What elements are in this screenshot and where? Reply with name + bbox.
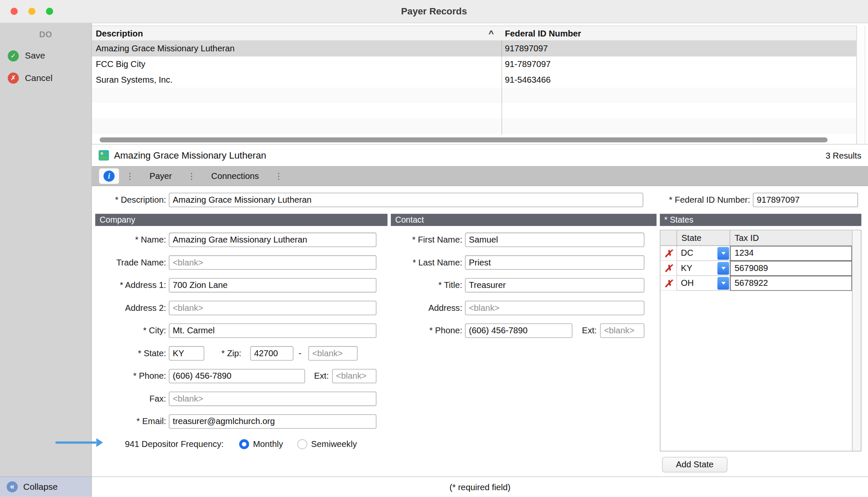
table-row[interactable]: Amazing Grace Missionary Lutheran 917897…	[92, 41, 857, 57]
state-dropdown-button[interactable]	[718, 247, 729, 260]
federal-id-label: * Federal ID Number:	[643, 193, 750, 207]
column-header-description[interactable]: ^ Description	[92, 26, 502, 40]
cancel-x-icon: ✗	[8, 73, 19, 84]
collapse-button[interactable]: « Collapse	[0, 476, 92, 497]
company-name-input[interactable]	[169, 233, 376, 247]
contact-phone-input[interactable]	[465, 324, 572, 338]
record-header: Amazing Grace Missionary Lutheran 3 Resu…	[92, 145, 868, 166]
table-row[interactable]: Suran Systems, Inc. 91-5463466	[92, 72, 857, 88]
delete-state-button[interactable]: ✗	[660, 261, 677, 276]
state-input[interactable]	[169, 346, 204, 360]
cell-description: FCC Big City	[92, 56, 502, 72]
cell-federal-id: 917897097	[501, 41, 856, 57]
delete-icon: ✗	[664, 277, 673, 289]
zoom-window-button[interactable]	[46, 8, 53, 15]
cancel-button[interactable]: ✗ Cancel	[0, 71, 92, 85]
state-cell[interactable]: KY	[677, 261, 730, 276]
phone-label: * Phone:	[92, 369, 166, 383]
tax-id-column-header[interactable]: Tax ID	[730, 230, 852, 245]
zip-label: * Zip:	[203, 346, 241, 360]
close-window-button[interactable]	[11, 8, 18, 15]
info-button[interactable]: i	[99, 168, 119, 184]
monthly-radio-label: Monthly	[253, 437, 283, 452]
monthly-radio[interactable]	[239, 439, 249, 450]
payer-table-header: ^ Description Federal ID Number	[92, 25, 857, 41]
company-phone-input[interactable]	[169, 369, 305, 383]
delete-icon: ✗	[664, 262, 673, 274]
first-name-input[interactable]	[465, 233, 644, 247]
column-header-federal-id[interactable]: Federal ID Number	[501, 26, 856, 40]
results-count: 3 Results	[826, 151, 861, 161]
federal-id-input[interactable]	[753, 193, 858, 207]
description-input[interactable]	[169, 193, 643, 207]
empty-table-row	[92, 119, 857, 134]
scrollbar-thumb[interactable]	[100, 137, 828, 142]
semiweekly-radio[interactable]	[297, 439, 307, 450]
company-section-header: Company	[95, 214, 388, 226]
minimize-window-button[interactable]	[28, 8, 36, 15]
state-cell[interactable]: DC	[677, 246, 730, 261]
save-check-icon: ✓	[8, 50, 19, 61]
tab-connections[interactable]: Connections	[202, 167, 267, 185]
states-table-header: State Tax ID	[660, 230, 861, 246]
address1-label: * Address 1:	[92, 278, 166, 293]
tax-id-cell[interactable]: 5679089	[730, 261, 852, 276]
tab-payer[interactable]: Payer	[141, 167, 181, 185]
window-title: Payer Records	[0, 0, 868, 23]
state-dropdown-button[interactable]	[718, 262, 729, 274]
save-button[interactable]: ✓ Save	[0, 49, 92, 63]
address1-input[interactable]	[169, 278, 376, 293]
description-column-label: Description	[96, 29, 143, 38]
add-state-button[interactable]: Add State	[662, 457, 727, 473]
contact-ext-input[interactable]	[600, 324, 644, 338]
payer-form: * Description: * Federal ID Number: Comp…	[92, 186, 868, 476]
address2-input[interactable]	[169, 301, 376, 315]
delete-state-button[interactable]: ✗	[660, 246, 677, 261]
drag-handle-icon: ⋮	[125, 171, 134, 181]
titlebar: Payer Records	[0, 0, 868, 23]
cancel-label: Cancel	[25, 73, 53, 83]
tax-id-cell[interactable]: 1234	[730, 246, 852, 261]
zip-plus4-input[interactable]	[309, 346, 358, 360]
contact-address-input[interactable]	[465, 301, 644, 315]
sidebar-header: DO	[0, 29, 92, 39]
states-scrollbar[interactable]	[852, 230, 861, 451]
state-value: OH	[677, 278, 717, 288]
cell-federal-id: 91-5463466	[501, 72, 856, 88]
state-cell[interactable]: OH	[677, 276, 730, 290]
trade-name-input[interactable]	[169, 255, 376, 270]
zip-separator: -	[295, 346, 306, 360]
states-section-header: * States	[660, 214, 861, 226]
sort-ascending-icon[interactable]: ^	[489, 26, 494, 40]
city-input[interactable]	[169, 324, 376, 338]
email-input[interactable]	[169, 414, 376, 429]
zip-input[interactable]	[250, 346, 293, 360]
last-name-input[interactable]	[465, 255, 644, 270]
address2-label: Address 2:	[92, 301, 166, 315]
contact-phone-label: * Phone:	[391, 324, 462, 338]
state-dropdown-button[interactable]	[718, 276, 729, 289]
description-label: * Description:	[92, 193, 166, 207]
contact-title-input[interactable]	[465, 278, 644, 293]
email-label: * Email:	[92, 414, 166, 429]
annotation-arrow-icon	[56, 438, 103, 447]
contact-section-header: Contact	[391, 214, 657, 226]
payer-table: ^ Description Federal ID Number Amazing …	[92, 25, 857, 134]
contact-ext-label: Ext:	[571, 324, 597, 338]
payer-record-icon	[98, 150, 109, 161]
delete-column-header	[660, 230, 677, 245]
name-label: * Name:	[92, 233, 166, 247]
city-label: * City:	[92, 324, 166, 338]
column-divider	[501, 41, 502, 135]
state-column-header[interactable]: State	[677, 230, 730, 245]
fax-input[interactable]	[169, 391, 376, 406]
tax-id-cell[interactable]: 5678922	[730, 276, 852, 290]
ext-label: Ext:	[307, 369, 329, 383]
collapse-label: Collapse	[23, 482, 58, 492]
company-ext-input[interactable]	[332, 369, 376, 383]
trade-name-label: Trade Name:	[92, 255, 166, 270]
title-label: * Title:	[391, 278, 462, 293]
table-row[interactable]: FCC Big City 91-7897097	[92, 56, 857, 72]
table-vertical-scrollbar[interactable]	[857, 25, 865, 144]
delete-state-button[interactable]: ✗	[660, 276, 677, 290]
